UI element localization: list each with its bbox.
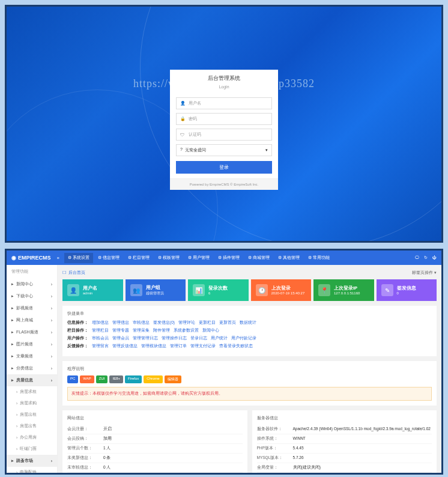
tab-close-icon[interactable]: ☐ (62, 270, 66, 275)
sidebar-item-7[interactable]: ▸ 分类信息› (7, 362, 57, 374)
stat-value: 0 (397, 291, 416, 295)
side-label: FLASH频道 (16, 329, 38, 335)
quick-link[interactable]: 管理操作日志 (162, 336, 187, 341)
refresh-icon[interactable]: ↻ (424, 255, 428, 260)
quick-row-1: 栏目操作：管理栏目管理专题管理采集附件管理系统参数设置新闻中心 (67, 328, 432, 333)
stat-row: 👤用户名admin👥用户组超级管理员📊登录次数6🕐上次登录2020-07-19 … (62, 279, 437, 301)
monitor-icon[interactable]: 🖵 (415, 255, 419, 260)
quick-link[interactable]: 管理反馈信息 (112, 344, 138, 349)
sidebar-item-12[interactable]: › 房屋出售 (7, 421, 57, 432)
quick-link[interactable]: 管理评论 (178, 320, 195, 326)
side-label: 办公用房 (20, 435, 37, 440)
badge-编辑器: 编辑器 (165, 375, 181, 383)
side-label: 新闻中心 (16, 281, 33, 287)
info-key: 会员注册： (67, 427, 103, 432)
sidebar-item-5[interactable]: ▸ 图片频道› (7, 338, 57, 350)
chevron-icon: › (51, 318, 52, 323)
sidebar-item-0[interactable]: ▸ 新闻中心› (7, 278, 57, 290)
quick-link[interactable]: 管理会员 (112, 336, 129, 341)
stat-title: 用户名 (83, 285, 97, 291)
username-placeholder: 用户名 (189, 100, 201, 106)
security-select[interactable]: ?无安全提问 ▾ (176, 144, 272, 156)
quick-link[interactable]: 管理订单 (170, 344, 187, 349)
login-footer: Powered by EmpireCMS © EmpireSoft Inc. (170, 178, 278, 190)
user-icon: 👤 (180, 101, 186, 106)
side-icon: ▸ (11, 354, 14, 359)
quick-link[interactable]: 用户统计 (211, 336, 228, 341)
sidebar-item-3[interactable]: ▸ 网上商城› (7, 314, 57, 326)
quick-link[interactable]: 审核会员 (92, 336, 109, 341)
quick-link[interactable]: 增加信息 (92, 320, 109, 326)
sidebar-item-11[interactable]: › 房屋出租 (7, 409, 57, 421)
topnav-item-7[interactable]: ⚙其他管理 (274, 253, 303, 263)
side-label: 旺铺门面 (20, 446, 37, 452)
quick-link[interactable]: 管理留言 (92, 344, 109, 349)
badge-ie8+: IE8+ (109, 375, 123, 383)
menu-icon[interactable]: ≡ (57, 256, 59, 260)
login-button[interactable]: 登录 (176, 161, 272, 174)
topnav-item-6[interactable]: ⚙商城管理 (244, 253, 273, 263)
quick-link[interactable]: 用户付款记录 (231, 336, 256, 341)
quick-link[interactable]: 管理采集 (133, 328, 150, 333)
topnav-item-2[interactable]: ⚙栏目管理 (124, 253, 153, 263)
main-content: ☐ 后台首页 标签页操作 ▾ 👤用户名admin👥用户组超级管理员📊登录次数6🕐… (58, 265, 441, 473)
sidebar-item-16[interactable]: › 电脑配件 (7, 467, 57, 473)
quick-link[interactable]: 更新首页 (219, 320, 236, 326)
topnav-item-5[interactable]: ⚙插件管理 (214, 253, 243, 263)
quick-link[interactable]: 管理管理日志 (133, 336, 158, 341)
quick-link[interactable]: 系统参数设置 (174, 328, 199, 333)
quick-link[interactable]: 查看登录失败状态 (219, 344, 253, 349)
quick-link[interactable]: 附件管理 (153, 328, 170, 333)
sidebar-item-6[interactable]: ▸ 文章频道› (7, 350, 57, 362)
tab-actions[interactable]: 标签页操作 ▾ (412, 270, 437, 276)
topnav-item-4[interactable]: ⚙用户管理 (184, 253, 213, 263)
stat-title: 签发信息 (397, 285, 416, 291)
topnav-item-1[interactable]: ⚙信息管理 (94, 253, 123, 263)
tab-home[interactable]: ☐ 后台首页 (62, 270, 85, 276)
side-icon: ▸ (11, 306, 14, 311)
badge-pc: PC (67, 375, 78, 383)
sidebar-item-10[interactable]: › 房屋求购 (7, 398, 57, 409)
quick-link[interactable]: 登录日志 (190, 336, 207, 341)
sidebar-item-13[interactable]: › 办公用房 (7, 432, 57, 443)
stat-icon: 🕐 (256, 284, 268, 296)
power-icon[interactable]: ⏻ (432, 255, 437, 260)
quick-link[interactable]: 管理模块信息 (141, 344, 166, 349)
password-input[interactable]: 🔒 密码 (176, 113, 272, 125)
info-value: 开启 (103, 427, 243, 432)
stat-title: 上次登录 (271, 285, 305, 291)
quick-link[interactable]: 审核信息 (133, 320, 150, 326)
quick-link[interactable]: 数据统计 (240, 320, 256, 326)
quick-link[interactable]: 更新栏目 (199, 320, 216, 326)
sidebar-item-2[interactable]: ▸ 影视频道› (7, 302, 57, 314)
side-label: 图片频道 (16, 341, 33, 347)
row-label: 用户操作： (67, 336, 88, 341)
stat-value: 6 (208, 291, 228, 295)
sidebar-item-15[interactable]: ▸ 跳蚤市场› (7, 455, 57, 467)
username-input[interactable]: 👤 用户名 (176, 97, 272, 109)
quick-link[interactable]: 管理栏目 (92, 328, 109, 333)
topnav-item-3[interactable]: ⚙模板管理 (154, 253, 183, 263)
quick-link[interactable]: 管理专题 (112, 328, 129, 333)
side-icon: ▸ (11, 294, 14, 299)
topnav-item-8[interactable]: ⚙常用功能 (304, 253, 333, 263)
row-label: 栏目操作： (67, 328, 88, 333)
server-info-title: 服务器信息 (257, 415, 432, 421)
sidebar-item-14[interactable]: › 旺铺门面 (7, 443, 57, 455)
topnav-item-0[interactable]: ⚙系统设置 (64, 253, 93, 263)
stat-value: admin (83, 291, 97, 295)
chevron-icon: › (51, 330, 52, 335)
quick-link[interactable]: 签发信息(0) (153, 320, 175, 326)
sidebar-item-9[interactable]: › 房屋求租 (7, 386, 57, 398)
tab-bar: ☐ 后台首页 标签页操作 ▾ (62, 270, 437, 276)
quick-link[interactable]: 管理信息 (112, 320, 129, 326)
quick-link[interactable]: 管理支付记录 (190, 344, 216, 349)
sidebar-item-8[interactable]: ▸ 房屋信息› (7, 374, 57, 386)
sidebar-item-4[interactable]: ▸ FLASH频道› (7, 326, 57, 338)
quick-link[interactable]: 新闻中心 (202, 328, 219, 333)
badge-firefox: Firefox (125, 375, 142, 383)
nav-icon: ⚙ (308, 255, 312, 260)
nav-icon: ⚙ (98, 255, 101, 260)
sidebar-item-1[interactable]: ▸ 下载中心› (7, 290, 57, 302)
code-input[interactable]: 🛡 认证码 (176, 129, 272, 141)
